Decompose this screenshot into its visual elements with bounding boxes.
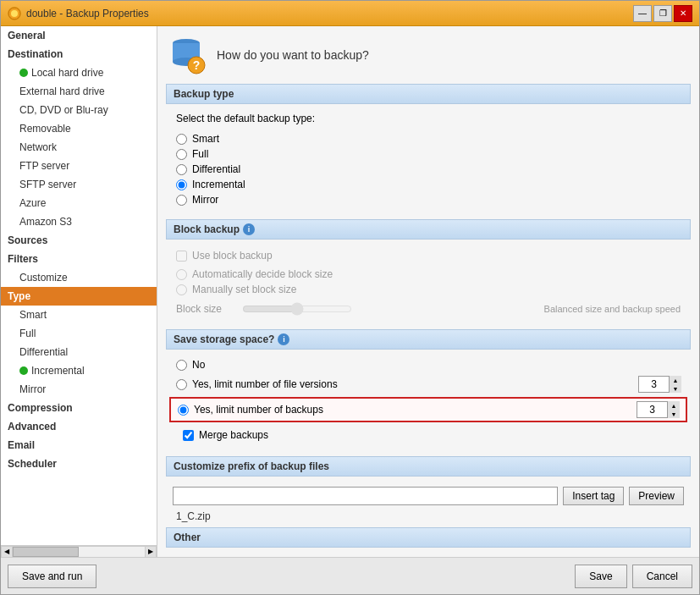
radio-block-auto bbox=[176, 269, 187, 280]
save-storage-info-icon[interactable]: i bbox=[278, 333, 289, 345]
radio-smart-label: Smart bbox=[192, 133, 219, 145]
minimize-button[interactable]: — bbox=[633, 5, 652, 22]
merge-row: Merge backups bbox=[169, 424, 687, 446]
save-storage-content: No Yes, limit number of file versions ▲ bbox=[166, 356, 691, 446]
merge-option[interactable]: Merge backups bbox=[176, 427, 681, 443]
sidebar-item-incremental[interactable]: Incremental bbox=[1, 361, 157, 380]
title-bar-left: double - Backup Properties bbox=[8, 7, 149, 20]
sidebar-label-full: Full bbox=[19, 328, 36, 339]
block-auto-option[interactable]: Automatically decide block size bbox=[176, 268, 681, 280]
main-window: double - Backup Properties — ❐ ✕ General… bbox=[0, 0, 700, 595]
radio-backups[interactable] bbox=[178, 405, 189, 416]
sidebar-item-sources[interactable]: Sources bbox=[1, 231, 157, 250]
sidebar-item-smart[interactable]: Smart bbox=[1, 306, 157, 324]
block-backup-info-icon[interactable]: i bbox=[243, 223, 255, 235]
sidebar-item-local-hard-drive[interactable]: Local hard drive bbox=[1, 63, 157, 82]
sidebar-item-customize[interactable]: Customize bbox=[1, 268, 157, 287]
sidebar-scroll[interactable]: General Destination Local hard drive Ext… bbox=[1, 26, 157, 545]
save-and-run-button[interactable]: Save and run bbox=[8, 565, 96, 588]
backups-down-btn[interactable]: ▼ bbox=[668, 410, 680, 418]
backup-type-differential[interactable]: Differential bbox=[176, 163, 681, 175]
close-button[interactable]: ✕ bbox=[674, 5, 692, 22]
sidebar-item-sftp-server[interactable]: SFTP server bbox=[1, 175, 157, 194]
backup-type-incremental[interactable]: Incremental bbox=[176, 179, 681, 190]
sidebar-item-mirror[interactable]: Mirror bbox=[1, 380, 157, 399]
save-storage-versions-option[interactable]: Yes, limit number of file versions bbox=[176, 378, 633, 390]
radio-versions-label: Yes, limit number of file versions bbox=[192, 378, 338, 390]
radio-mirror[interactable] bbox=[176, 195, 187, 206]
backup-type-full[interactable]: Full bbox=[176, 148, 681, 160]
sidebar-label-ftp-server: FTP server bbox=[19, 160, 69, 172]
sidebar-label-cd-dvd-bluray: CD, DVD or Blu-ray bbox=[19, 104, 108, 116]
sidebar-label-scheduler: Scheduler bbox=[8, 458, 57, 470]
versions-down-btn[interactable]: ▼ bbox=[670, 384, 681, 393]
sidebar-item-removable[interactable]: Removable bbox=[1, 119, 157, 138]
scroll-right-arrow[interactable]: ▶ bbox=[145, 546, 157, 558]
restore-button[interactable]: ❐ bbox=[653, 5, 672, 22]
versions-up-btn[interactable]: ▲ bbox=[670, 376, 681, 384]
radio-differential[interactable] bbox=[176, 164, 187, 175]
backup-type-mirror[interactable]: Mirror bbox=[176, 194, 681, 206]
sidebar-item-scheduler[interactable]: Scheduler bbox=[1, 455, 157, 473]
sidebar-label-incremental: Incremental bbox=[31, 365, 85, 377]
versions-input[interactable] bbox=[639, 377, 669, 392]
sidebar-item-differential[interactable]: Differential bbox=[1, 343, 157, 361]
sidebar-item-full[interactable]: Full bbox=[1, 324, 157, 343]
use-block-checkbox[interactable] bbox=[176, 251, 187, 262]
backups-input[interactable] bbox=[637, 402, 667, 417]
versions-spinner-btns: ▲ ▼ bbox=[669, 376, 681, 393]
prefix-input-row: Insert tag Preview bbox=[173, 487, 684, 505]
radio-incremental[interactable] bbox=[176, 179, 187, 190]
sidebar-item-cd-dvd-bluray[interactable]: CD, DVD or Blu-ray bbox=[1, 101, 157, 119]
save-storage-backups-row: Yes, limit number of backups ▲ ▼ bbox=[169, 397, 687, 422]
save-button[interactable]: Save bbox=[575, 565, 626, 588]
bottom-bar: Save and run Save Cancel bbox=[1, 557, 699, 594]
sidebar-item-compression[interactable]: Compression bbox=[1, 399, 157, 417]
prefix-value: 1_C.zip bbox=[173, 509, 684, 524]
backups-spinner[interactable]: ▲ ▼ bbox=[637, 401, 679, 418]
versions-spinner[interactable]: ▲ ▼ bbox=[638, 376, 681, 393]
sidebar-item-amazon-s3[interactable]: Amazon S3 bbox=[1, 212, 157, 231]
sidebar-label-external-hard-drive: External hard drive bbox=[19, 85, 105, 97]
scroll-left-arrow[interactable]: ◀ bbox=[1, 546, 13, 558]
backup-type-smart[interactable]: Smart bbox=[176, 133, 681, 145]
prefix-content: Insert tag Preview 1_C.zip bbox=[166, 483, 691, 527]
merge-checkbox[interactable] bbox=[183, 430, 194, 441]
block-auto-label: Automatically decide block size bbox=[192, 268, 333, 280]
backups-up-btn[interactable]: ▲ bbox=[668, 401, 680, 410]
sidebar-label-azure: Azure bbox=[19, 197, 46, 209]
sidebar-item-external-hard-drive[interactable]: External hard drive bbox=[1, 82, 157, 101]
radio-full[interactable] bbox=[176, 149, 187, 160]
insert-tag-button[interactable]: Insert tag bbox=[563, 487, 624, 505]
prefix-input-field[interactable] bbox=[173, 487, 558, 505]
block-manual-option[interactable]: Manually set block size bbox=[176, 284, 681, 295]
sidebar-item-type[interactable]: Type bbox=[1, 287, 157, 306]
save-storage-no-option[interactable]: No bbox=[176, 359, 681, 371]
radio-versions[interactable] bbox=[176, 379, 187, 390]
cancel-button[interactable]: Cancel bbox=[632, 565, 692, 588]
save-storage-versions-row: Yes, limit number of file versions ▲ ▼ bbox=[169, 373, 687, 395]
sidebar-item-general[interactable]: General bbox=[1, 26, 157, 45]
main-content: ? How do you want to backup? Backup type… bbox=[157, 26, 699, 557]
block-size-slider bbox=[242, 302, 352, 316]
sidebar-label-general: General bbox=[8, 30, 46, 41]
save-storage-backups-option[interactable]: Yes, limit number of backups bbox=[178, 404, 631, 416]
sidebar-item-advanced[interactable]: Advanced bbox=[1, 417, 157, 436]
sidebar-item-ftp-server[interactable]: FTP server bbox=[1, 157, 157, 175]
sidebar-item-network[interactable]: Network bbox=[1, 138, 157, 157]
h-scrollbar-track[interactable] bbox=[13, 546, 145, 558]
sidebar-item-destination[interactable]: Destination bbox=[1, 45, 157, 63]
prefix-label: Customize prefix of backup files bbox=[174, 460, 329, 472]
sidebar-item-filters[interactable]: Filters bbox=[1, 250, 157, 268]
sidebar-item-azure[interactable]: Azure bbox=[1, 194, 157, 212]
radio-full-label: Full bbox=[192, 148, 208, 160]
radio-no[interactable] bbox=[176, 360, 187, 371]
sidebar-item-email[interactable]: Email bbox=[1, 436, 157, 455]
other-label: Other bbox=[174, 532, 201, 543]
sidebar-label-compression: Compression bbox=[8, 402, 73, 414]
radio-smart[interactable] bbox=[176, 134, 187, 145]
sidebar-h-scrollbar[interactable]: ◀ ▶ bbox=[1, 545, 157, 557]
block-backup-content: Use block backup Automatically decide bl… bbox=[166, 246, 691, 319]
preview-button[interactable]: Preview bbox=[629, 487, 684, 505]
radio-incremental-label: Incremental bbox=[192, 179, 245, 190]
